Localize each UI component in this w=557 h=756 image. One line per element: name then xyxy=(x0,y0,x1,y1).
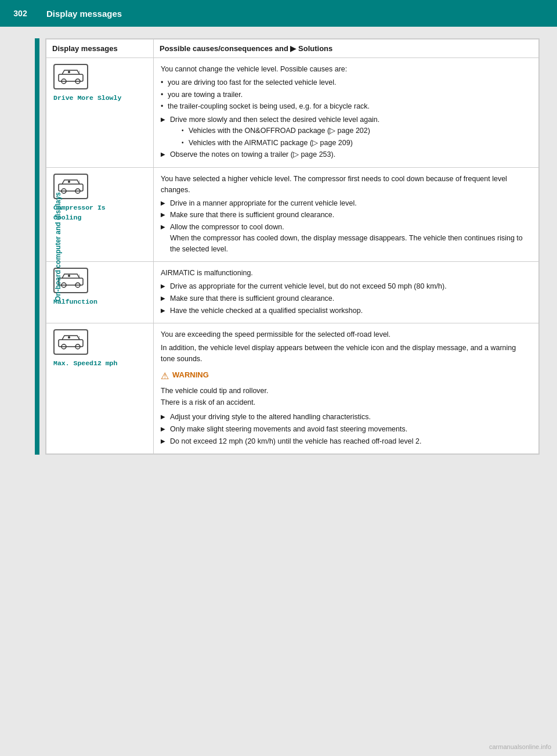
svg-text:↕: ↕ xyxy=(78,273,81,278)
car-icon-box: ↕ xyxy=(53,329,88,355)
list-item: the trailer-coupling socket is being use… xyxy=(161,101,531,112)
content-p2: In addition, the vehicle level display a… xyxy=(161,343,531,365)
display-cell-max-speed: ↕ Max. Speed12 mph xyxy=(46,323,154,454)
list-item: Drive more slowly and then select the de… xyxy=(161,114,531,148)
arrow-list: Adjust your driving style to the altered… xyxy=(161,412,531,447)
intro-text: You have selected a higher vehicle level… xyxy=(161,174,531,196)
arrow-list: Drive as appropriate for the current veh… xyxy=(161,281,531,316)
list-item: Do not exceed 12 mph (20 km/h) until the… xyxy=(161,436,531,447)
sidebar-container: On-board computer and displays xyxy=(17,38,35,455)
table-row: ↕ Max. Speed12 mph You are exceeding the… xyxy=(46,323,539,454)
car-level-icon: ↕ xyxy=(56,66,85,87)
causes-cell-malfunction: AIRMATIC is malfunctioning. Drive as app… xyxy=(154,262,539,323)
content-p1: You are exceeding the speed permissible … xyxy=(161,329,531,340)
max-speed-label: Max. Speed12 mph xyxy=(53,358,146,368)
page-wrapper: 302 Display messages On-board computer a… xyxy=(0,0,557,756)
list-item: Drive as appropriate for the current veh… xyxy=(161,281,531,292)
sidebar-bar xyxy=(35,38,39,455)
svg-point-3 xyxy=(68,71,70,73)
svg-text:↕: ↕ xyxy=(78,179,81,183)
main-table: Display messages Possible causes/consequ… xyxy=(45,38,540,455)
causes-cell-drive-slowly: You cannot change the vehicle level. Pos… xyxy=(154,58,539,168)
watermark: carmanualsonline.info xyxy=(489,743,551,750)
list-item: you are driving too fast for the selecte… xyxy=(161,77,531,88)
list-item: Make sure that there is sufficient groun… xyxy=(161,210,531,221)
col-header-causes: Possible causes/consequences and ▶ Solut… xyxy=(154,39,539,58)
drive-slowly-label: Drive More Slowly xyxy=(53,93,146,103)
table-row: ↕ Drive More Slowly You cannot change th… xyxy=(46,58,539,168)
arrow-list: Drive in a manner appropriate for the cu… xyxy=(161,198,531,255)
malfunction-label: Malfunction xyxy=(53,297,146,307)
compressor-label: Compressor Is Cooling xyxy=(53,203,146,223)
warning-p1: The vehicle could tip and rollover. xyxy=(161,386,531,397)
warning-triangle-icon: ⚠ xyxy=(161,369,169,383)
svg-rect-10 xyxy=(59,278,83,285)
warning-p2: There is a risk of an accident. xyxy=(161,397,531,408)
svg-rect-0 xyxy=(59,74,83,81)
col-header-display: Display messages xyxy=(46,39,154,58)
table-row: ↕ Malfunction AIRMATIC is malfunctioning… xyxy=(46,262,539,323)
list-item: Drive in a manner appropriate for the cu… xyxy=(161,198,531,209)
table-row: ↕ Compressor Is Cooling You have selecte… xyxy=(46,168,539,262)
list-item: Allow the compressor to cool down. When … xyxy=(161,222,531,254)
intro-text: AIRMATIC is malfunctioning. xyxy=(161,268,531,279)
list-item: Adjust your driving style to the altered… xyxy=(161,412,531,423)
svg-point-13 xyxy=(68,275,70,277)
header-bar: 302 Display messages xyxy=(0,0,557,27)
list-item: Make sure that there is sufficient groun… xyxy=(161,293,531,304)
svg-rect-15 xyxy=(59,340,83,347)
list-item: you are towing a trailer. xyxy=(161,89,531,100)
svg-text:↕: ↕ xyxy=(78,70,81,74)
page-number: 302 xyxy=(0,0,41,27)
display-cell-compressor: ↕ Compressor Is Cooling xyxy=(46,168,154,262)
list-item: Have the vehicle checked at a qualified … xyxy=(161,305,531,316)
warning-label: WARNING xyxy=(172,369,209,381)
sub-bullet-list: Vehicles with the ON&OFFROAD package (▷ … xyxy=(182,125,531,149)
display-cell-drive-slowly: ↕ Drive More Slowly xyxy=(46,58,154,168)
bullet-list: you are driving too fast for the selecte… xyxy=(161,77,531,112)
list-item: Observe the notes on towing a trailer (▷… xyxy=(161,149,531,160)
list-item: Only make slight steering movements and … xyxy=(161,424,531,435)
arrow-list: Drive more slowly and then select the de… xyxy=(161,114,531,160)
car-level-icon: ↕ xyxy=(56,332,85,352)
list-item: Vehicles with the AIRMATIC package (▷ pa… xyxy=(182,138,531,149)
car-icon-box: ↕ xyxy=(53,64,88,89)
header-title: Display messages xyxy=(41,9,122,19)
sidebar-label: On-board computer and displays xyxy=(54,189,62,305)
svg-text:↕: ↕ xyxy=(78,335,81,339)
causes-cell-max-speed: You are exceeding the speed permissible … xyxy=(154,323,539,454)
warning-box: ⚠ WARNING xyxy=(161,369,531,383)
list-item: Vehicles with the ON&OFFROAD package (▷ … xyxy=(182,125,531,136)
content-area: On-board computer and displays Display m… xyxy=(17,38,540,455)
display-cell-malfunction: ↕ Malfunction xyxy=(46,262,154,323)
intro-text: You cannot change the vehicle level. Pos… xyxy=(161,64,531,75)
svg-rect-5 xyxy=(59,184,83,191)
svg-point-8 xyxy=(68,181,70,183)
svg-point-18 xyxy=(68,336,70,339)
causes-cell-compressor: You have selected a higher vehicle level… xyxy=(154,168,539,262)
